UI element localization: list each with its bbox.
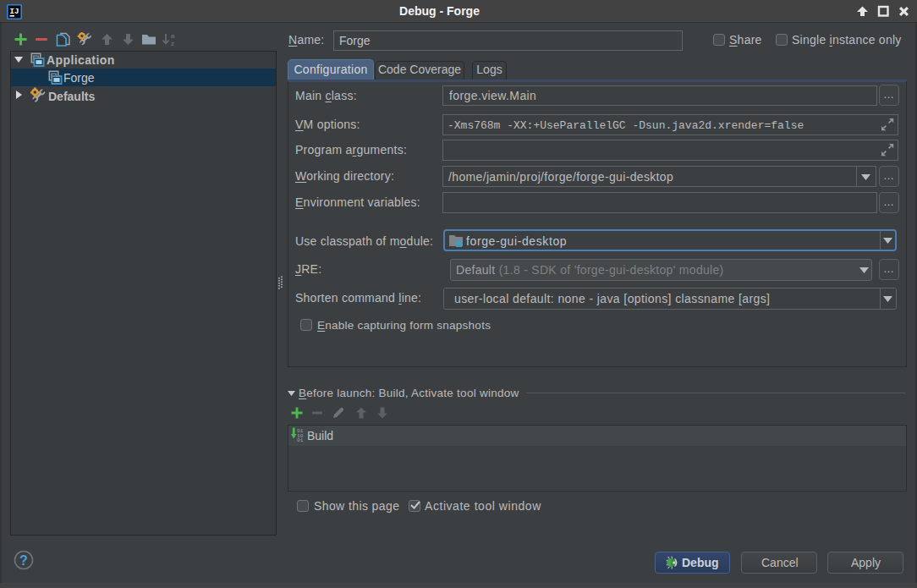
svg-text:?: ? (19, 553, 28, 568)
svg-text:IJ: IJ (10, 8, 19, 16)
svg-text:a: a (171, 32, 175, 40)
svg-text:01: 01 (297, 437, 304, 442)
svg-text:z: z (171, 40, 174, 47)
